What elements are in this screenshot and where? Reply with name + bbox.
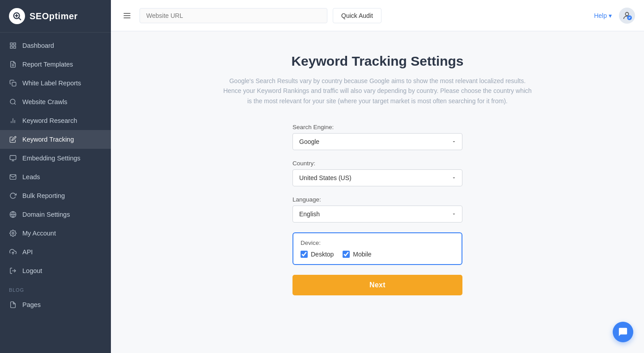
svg-line-9 bbox=[14, 103, 16, 105]
sidebar-item-label: Bulk Reporting bbox=[22, 192, 65, 199]
edit-icon bbox=[9, 135, 17, 143]
monitor-icon bbox=[9, 154, 17, 162]
sidebar-item-label: Report Templates bbox=[22, 61, 73, 68]
hamburger-button[interactable] bbox=[120, 8, 134, 23]
settings-form: Search Engine: Google Bing Yahoo Country… bbox=[292, 124, 462, 295]
desktop-label: Desktop bbox=[311, 251, 334, 258]
language-group: Language: English Spanish French German bbox=[292, 196, 462, 223]
next-button[interactable]: Next bbox=[292, 275, 462, 295]
globe-icon bbox=[9, 210, 17, 219]
sidebar-item-label: Website Crawls bbox=[22, 98, 67, 105]
svg-point-24 bbox=[625, 12, 628, 15]
mail-icon bbox=[9, 173, 17, 181]
search-engine-label: Search Engine: bbox=[292, 124, 462, 130]
sidebar-item-report-templates[interactable]: Report Templates bbox=[0, 55, 111, 74]
chat-fab-button[interactable] bbox=[613, 322, 633, 342]
sidebar-item-label: Dashboard bbox=[22, 42, 54, 49]
sidebar-item-keyword-research[interactable]: Keyword Research bbox=[0, 111, 111, 130]
mobile-checkbox-label[interactable]: Mobile bbox=[343, 251, 371, 258]
sidebar-item-logout[interactable]: Logout bbox=[0, 261, 111, 280]
search-icon bbox=[9, 98, 17, 106]
content-area: Keyword Tracking Settings Google's Searc… bbox=[111, 31, 644, 353]
sidebar-item-domain-settings[interactable]: Domain Settings bbox=[0, 205, 111, 224]
url-input[interactable] bbox=[140, 8, 327, 23]
sidebar-item-api[interactable]: API bbox=[0, 243, 111, 261]
search-engine-group: Search Engine: Google Bing Yahoo bbox=[292, 124, 462, 150]
chevron-down-icon: ▾ bbox=[609, 12, 612, 19]
desktop-checkbox-label[interactable]: Desktop bbox=[301, 251, 334, 258]
sidebar-item-bulk-reporting[interactable]: Bulk Reporting bbox=[0, 186, 111, 205]
device-checkboxes: Desktop Mobile bbox=[301, 251, 454, 258]
page-title: Keyword Tracking Settings bbox=[291, 54, 463, 69]
settings-icon bbox=[9, 229, 17, 237]
country-select[interactable]: United States (US) United Kingdom (UK) C… bbox=[292, 169, 462, 186]
file-icon bbox=[9, 301, 17, 309]
sidebar-item-label: Leads bbox=[22, 173, 40, 181]
svg-rect-13 bbox=[10, 155, 16, 160]
sidebar-item-leads[interactable]: Leads bbox=[0, 168, 111, 186]
svg-point-18 bbox=[12, 232, 14, 234]
desktop-checkbox[interactable] bbox=[301, 251, 308, 258]
file-text-icon bbox=[9, 60, 17, 68]
svg-rect-3 bbox=[10, 46, 13, 48]
svg-rect-1 bbox=[10, 43, 13, 45]
svg-rect-7 bbox=[12, 82, 16, 86]
user-avatar[interactable] bbox=[619, 8, 635, 24]
svg-point-8 bbox=[10, 99, 15, 104]
country-label: Country: bbox=[292, 160, 462, 167]
grid-icon bbox=[9, 42, 17, 50]
sidebar-item-dashboard[interactable]: Dashboard bbox=[0, 36, 111, 55]
refresh-icon bbox=[9, 192, 17, 200]
mobile-checkbox[interactable] bbox=[343, 251, 350, 258]
quick-audit-button[interactable]: Quick Audit bbox=[333, 8, 381, 23]
sidebar-item-label: Domain Settings bbox=[22, 211, 70, 218]
sidebar-item-keyword-tracking[interactable]: Keyword Tracking bbox=[0, 130, 111, 149]
sidebar-item-white-label-reports[interactable]: White Label Reports bbox=[0, 74, 111, 92]
sidebar-navigation: Dashboard Report Templates White Label R… bbox=[0, 33, 111, 353]
country-group: Country: United States (US) United Kingd… bbox=[292, 160, 462, 186]
sidebar-item-label: Logout bbox=[22, 267, 42, 274]
sidebar-item-pages[interactable]: Pages bbox=[0, 295, 111, 314]
log-out-icon bbox=[9, 267, 17, 275]
logo-text: SEOptimer bbox=[30, 11, 78, 21]
sidebar: SEOptimer Dashboard Report Templates Whi… bbox=[0, 0, 111, 353]
help-button[interactable]: Help ▾ bbox=[594, 12, 612, 19]
sidebar-item-label: Keyword Research bbox=[22, 117, 77, 124]
upload-icon bbox=[9, 248, 17, 256]
sidebar-item-label: Pages bbox=[22, 301, 41, 308]
sidebar-item-my-account[interactable]: My Account bbox=[0, 224, 111, 243]
copy-icon bbox=[9, 79, 17, 87]
topbar-right: Help ▾ bbox=[594, 8, 635, 24]
device-box: Device: Desktop Mobile bbox=[292, 232, 462, 265]
sidebar-logo[interactable]: SEOptimer bbox=[0, 0, 111, 33]
mobile-label: Mobile bbox=[353, 251, 371, 258]
sidebar-item-label: API bbox=[22, 248, 33, 256]
bar-chart-icon bbox=[9, 117, 17, 125]
search-engine-select[interactable]: Google Bing Yahoo bbox=[292, 133, 462, 150]
sidebar-item-website-crawls[interactable]: Website Crawls bbox=[0, 92, 111, 111]
language-label: Language: bbox=[292, 196, 462, 203]
language-select[interactable]: English Spanish French German bbox=[292, 206, 462, 223]
sidebar-item-label: My Account bbox=[22, 230, 56, 237]
blog-section-label: Blog bbox=[0, 280, 111, 295]
sidebar-item-label: Embedding Settings bbox=[22, 155, 80, 162]
sidebar-item-label: White Label Reports bbox=[22, 80, 81, 87]
device-label: Device: bbox=[301, 240, 454, 246]
svg-rect-4 bbox=[13, 46, 16, 48]
logo-icon bbox=[9, 8, 25, 24]
sidebar-item-embedding-settings[interactable]: Embedding Settings bbox=[0, 149, 111, 168]
main-area: Quick Audit Help ▾ Keyword Tracking Sett… bbox=[111, 0, 644, 353]
sidebar-item-label: Keyword Tracking bbox=[22, 136, 74, 143]
svg-rect-2 bbox=[13, 43, 16, 45]
page-description: Google's Search Results vary by country … bbox=[221, 76, 534, 106]
topbar: Quick Audit Help ▾ bbox=[111, 0, 644, 31]
